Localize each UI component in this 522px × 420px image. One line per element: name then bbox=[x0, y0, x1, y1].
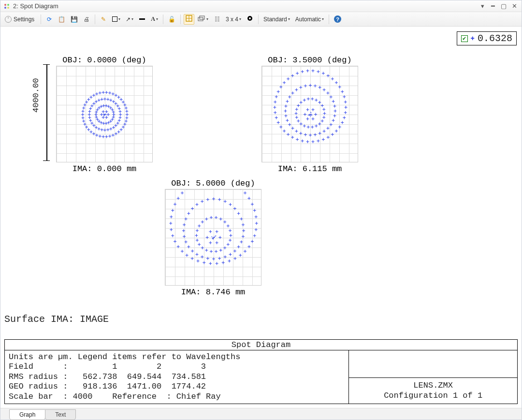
target-button[interactable] bbox=[245, 14, 255, 25]
plot-ima-label: IMA: 8.746 mm bbox=[165, 288, 261, 297]
maximize-button[interactable]: ▢ bbox=[499, 2, 508, 11]
separator bbox=[258, 14, 259, 24]
svg-point-443 bbox=[310, 112, 311, 113]
info-right-panel: LENS.ZMX Configuration 1 of 1 bbox=[349, 350, 517, 404]
arrow-tool-button[interactable]: ↗▾ bbox=[124, 14, 135, 25]
separator bbox=[180, 14, 181, 24]
surface-header: Surface IMA: IMAGE bbox=[4, 314, 109, 325]
plot-area: ✔ + 0.6328 4000.00 OBJ: 0.0000 (deg) IMA… bbox=[0, 27, 522, 420]
arrow-icon: ↗ bbox=[126, 16, 130, 23]
help-icon: ? bbox=[334, 15, 341, 23]
svg-point-653 bbox=[212, 238, 213, 239]
scale-bar-label: 4000.00 bbox=[31, 78, 41, 113]
config-icon bbox=[198, 15, 205, 23]
minimize-button[interactable]: ━ bbox=[489, 2, 497, 11]
fit-icon bbox=[186, 15, 192, 23]
svg-point-2 bbox=[4, 7, 6, 9]
checkbox-checked-icon[interactable]: ✔ bbox=[461, 35, 468, 42]
svg-point-664 bbox=[213, 237, 214, 238]
wavelength-value: 0.6328 bbox=[478, 33, 512, 44]
spot-diagram-window: 2: Spot Diagram ▾ ━ ▢ ✕ ˅ Settings ⟳ 📋 💾… bbox=[0, 0, 522, 420]
fit-button[interactable] bbox=[184, 14, 194, 25]
wavelength-legend[interactable]: ✔ + 0.6328 bbox=[457, 31, 517, 45]
separator bbox=[41, 14, 41, 24]
svg-point-226 bbox=[103, 115, 104, 116]
tab-text[interactable]: Text bbox=[45, 409, 76, 420]
titlebar: 2: Spot Diagram ▾ ━ ▢ ✕ bbox=[0, 0, 522, 12]
print-icon: 🖨 bbox=[84, 16, 89, 23]
window-title: 2: Spot Diagram bbox=[13, 2, 476, 10]
plot-ima-label: IMA: 0.000 mm bbox=[56, 164, 153, 174]
text-tool-button[interactable]: A▾ bbox=[149, 14, 160, 25]
svg-point-10 bbox=[249, 17, 251, 19]
plot-grid[interactable] bbox=[165, 189, 261, 286]
svg-point-439 bbox=[310, 116, 311, 117]
info-left-panel: Units are µm. Legend items refer to Wave… bbox=[5, 350, 349, 404]
scale-bar bbox=[43, 64, 50, 161]
config-button[interactable]: ▾ bbox=[196, 14, 210, 25]
svg-point-448 bbox=[311, 114, 312, 115]
plot-field-2: OBJ: 3.5000 (deg) IMA: 6.115 mm bbox=[261, 56, 358, 174]
config-line: Configuration 1 of 1 bbox=[384, 391, 482, 400]
svg-point-446 bbox=[310, 114, 311, 115]
separator bbox=[95, 14, 95, 24]
svg-point-660 bbox=[211, 236, 212, 237]
close-button[interactable]: ✕ bbox=[510, 2, 519, 11]
svg-point-447 bbox=[308, 115, 309, 116]
plus-marker-icon: + bbox=[471, 35, 475, 43]
plot-obj-label: OBJ: 3.5000 (deg) bbox=[261, 56, 358, 65]
app-icon bbox=[3, 3, 10, 10]
settings-label: Settings bbox=[14, 16, 34, 23]
save-button[interactable]: 💾 bbox=[69, 14, 80, 25]
copy-icon: 📋 bbox=[58, 16, 65, 23]
refresh-icon: ⟳ bbox=[47, 16, 52, 23]
plot-field-1: OBJ: 0.0000 (deg) IMA: 0.000 mm bbox=[56, 56, 153, 174]
svg-point-1 bbox=[7, 4, 9, 6]
svg-point-0 bbox=[4, 4, 6, 6]
edit-button[interactable]: ✎ bbox=[98, 14, 109, 25]
rect-tool-button[interactable]: ▾ bbox=[110, 14, 122, 25]
tab-graph[interactable]: Graph bbox=[9, 409, 45, 420]
svg-point-442 bbox=[311, 113, 312, 114]
pencil-icon: ✎ bbox=[101, 16, 106, 23]
file-name: LENS.ZMX bbox=[413, 381, 453, 390]
spot-points bbox=[165, 189, 262, 286]
layers-button[interactable]: ☷ bbox=[212, 14, 222, 25]
plot-grid[interactable] bbox=[261, 66, 358, 162]
bottom-tabs: Graph Text bbox=[0, 408, 522, 420]
line-tool-button[interactable] bbox=[137, 14, 147, 25]
svg-point-445 bbox=[309, 115, 310, 116]
plot-grid[interactable] bbox=[56, 66, 153, 162]
save-icon: 💾 bbox=[71, 16, 78, 23]
text-a-icon: A bbox=[151, 15, 155, 23]
settings-button[interactable]: ˅ Settings bbox=[3, 14, 38, 25]
lock-button[interactable]: 🔓 bbox=[166, 14, 177, 25]
separator bbox=[163, 14, 163, 24]
grid-size-button[interactable]: 3 x 4▾ bbox=[224, 14, 243, 25]
svg-point-661 bbox=[212, 237, 213, 238]
svg-point-667 bbox=[214, 237, 215, 238]
rectangle-icon bbox=[112, 16, 117, 22]
grid-size-label: 3 x 4 bbox=[226, 16, 238, 23]
svg-point-662 bbox=[215, 236, 216, 237]
separator bbox=[329, 14, 329, 24]
standard-dropdown[interactable]: Standard▾ bbox=[261, 14, 292, 25]
svg-point-665 bbox=[213, 238, 214, 239]
line-icon bbox=[139, 18, 145, 20]
layers-icon: ☷ bbox=[215, 16, 220, 23]
dropdown-icon[interactable]: ▾ bbox=[478, 2, 487, 11]
plot-ima-label: IMA: 6.115 mm bbox=[261, 164, 358, 174]
plot-obj-label: OBJ: 5.0000 (deg) bbox=[165, 179, 261, 188]
refresh-button[interactable]: ⟳ bbox=[44, 14, 55, 25]
help-button[interactable]: ? bbox=[332, 14, 343, 25]
standard-label: Standard bbox=[263, 16, 287, 23]
spot-points bbox=[262, 66, 359, 163]
svg-point-229 bbox=[105, 114, 106, 115]
automatic-dropdown[interactable]: Automatic▾ bbox=[293, 14, 326, 25]
svg-point-437 bbox=[312, 115, 313, 116]
spot-points bbox=[57, 66, 153, 163]
svg-point-219 bbox=[106, 115, 107, 116]
toolbar: ˅ Settings ⟳ 📋 💾 🖨 ✎ ▾ ↗▾ A▾ 🔓 ▾ ☷ 3 x 4… bbox=[0, 12, 522, 27]
copy-button[interactable]: 📋 bbox=[56, 14, 67, 25]
print-button[interactable]: 🖨 bbox=[81, 14, 92, 25]
